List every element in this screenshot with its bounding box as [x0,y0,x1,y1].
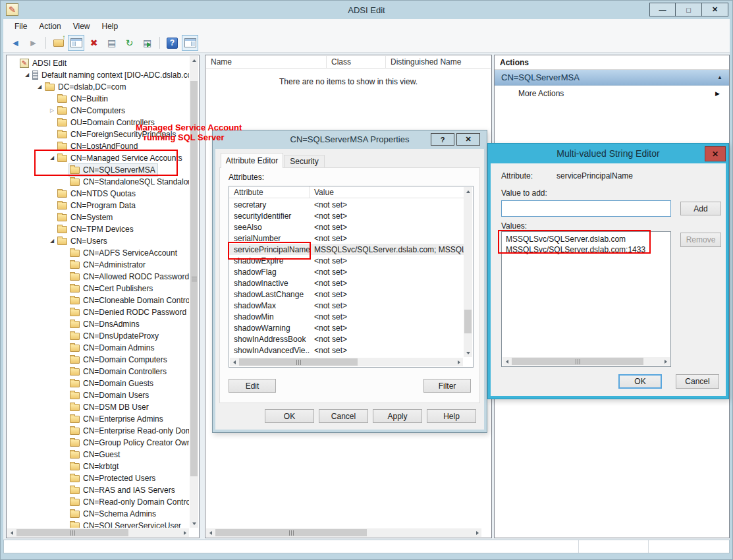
attribute-row[interactable]: shadowWarning <not set> [229,322,464,333]
maximize-button[interactable]: □ [676,3,702,16]
scrollbar-thumb[interactable] [239,358,358,366]
minimize-button[interactable]: — [649,3,676,16]
tree-item[interactable]: CN=Protected Users [7,472,189,484]
show-console-tree-icon[interactable] [68,35,84,51]
scroll-left-arrow[interactable] [502,357,511,366]
attribute-row[interactable]: securityIdentifier <not set> [229,210,464,221]
scrollbar-thumb[interactable] [512,358,643,365]
attribute-row[interactable]: seeAlso <not set> [229,221,464,233]
tree-item[interactable]: CN=Domain Computers [7,354,189,366]
expander-icon[interactable] [35,84,44,90]
scroll-down-arrow[interactable] [464,349,472,357]
attribute-row[interactable]: showInAddressBook <not set> [229,333,464,345]
add-button[interactable]: Add [680,202,721,215]
menu-item[interactable]: Action [33,20,67,32]
ok-button[interactable]: OK [265,409,314,423]
apply-button[interactable]: Apply [373,409,422,423]
remove-button[interactable]: Remove [680,233,721,247]
tree-item[interactable]: DC=dslab,DC=com [7,81,189,93]
collapse-icon[interactable]: ▲ [717,74,722,80]
scroll-right-arrow[interactable] [661,357,670,366]
tree-item[interactable]: CN=Administrator [7,259,189,271]
attributes-vertical-scrollbar[interactable] [464,187,472,357]
export-list-icon[interactable]: ▤ [139,35,155,51]
tree-item[interactable]: CN=DnsAdmins [7,318,189,330]
tree-item[interactable]: CN=Users [7,235,189,247]
tree-item[interactable]: CN=Computers [7,105,189,117]
tree-item[interactable]: ADSI Edit [7,57,189,69]
cancel-button[interactable]: Cancel [319,409,368,423]
filter-button[interactable]: Filter [423,379,471,393]
tree-item[interactable]: CN=Read-only Domain Controller [7,496,189,508]
list-horizontal-scrollbar[interactable] [206,528,481,537]
scroll-down-arrow[interactable] [190,519,198,528]
tree-item[interactable]: CN=SQLServerServiceUser [7,520,189,528]
tree-horizontal-scrollbar[interactable] [7,528,189,537]
menu-item[interactable]: File [9,20,33,32]
tree-item[interactable]: CN=Program Data [7,200,189,211]
up-one-level-icon[interactable] [50,35,67,51]
tree-item[interactable]: CN=DSM DB User [7,401,189,413]
scroll-up-arrow[interactable] [464,187,472,196]
back-icon[interactable]: ◄ [7,35,24,51]
tree-item[interactable]: CN=Domain Controllers [7,366,189,378]
tree-item[interactable]: CN=Domain Guests [7,378,189,389]
values-horizontal-scrollbar[interactable] [502,357,670,366]
dialog-close-button[interactable]: ✕ [705,146,726,161]
cancel-button[interactable]: Cancel [676,374,719,389]
attribute-row[interactable]: shadowMin <not set> [229,311,464,322]
tree-item[interactable]: CN=NTDS Quotas [7,188,189,200]
ok-button[interactable]: OK [618,374,662,389]
column-header[interactable]: Value [310,186,464,198]
expander-icon[interactable] [22,72,32,78]
menu-item[interactable]: View [67,20,96,32]
tree-item[interactable]: CN=TPM Devices [7,223,189,235]
tree-item[interactable]: CN=Enterprise Read-only Domain [7,425,189,437]
tree-item[interactable]: CN=RAS and IAS Servers [7,484,189,496]
edit-button[interactable]: Edit [229,379,276,393]
tree-item[interactable]: CN=Group Policy Creator Owners [7,437,189,449]
tree-item[interactable]: CN=Allowed RODC Password Rep [7,271,189,283]
tree-item[interactable]: CN=Domain Admins [7,342,189,354]
attribute-row[interactable]: showInAdvancedVie... <not set> [229,345,464,356]
tree-item[interactable]: CN=System [7,211,189,223]
help-button[interactable]: Help [427,409,476,423]
close-button[interactable]: ✕ [702,3,728,16]
scroll-right-arrow[interactable] [180,528,189,537]
tree-item[interactable]: CN=Cloneable Domain Controller [7,294,189,306]
tree-item[interactable]: CN=Enterprise Admins [7,413,189,425]
tree-item[interactable]: Default naming context [DIO-ADC.dslab.co… [7,69,189,81]
attribute-row[interactable]: shadowInactive <not set> [229,277,464,289]
dialog-help-button[interactable]: ? [431,133,454,146]
scroll-right-arrow[interactable] [473,528,481,537]
tree-item[interactable]: CN=Schema Admins [7,508,189,520]
scroll-left-arrow[interactable] [206,528,215,537]
scrollbar-thumb[interactable] [16,529,128,536]
scroll-up-arrow[interactable] [190,56,198,65]
more-actions-item[interactable]: More Actions ▶ [495,86,729,101]
attribute-row[interactable]: shadowMax <not set> [229,300,464,311]
value-to-add-input[interactable] [501,200,671,217]
tree-item[interactable]: CN=Guest [7,449,189,461]
tree-item[interactable]: CN=DnsUpdateProxy [7,330,189,342]
scrollbar-thumb[interactable] [215,529,367,536]
attribute-row[interactable]: shadowLastChange <not set> [229,289,464,300]
tree-item[interactable]: CN=krbtgt [7,461,189,472]
tree-item[interactable]: CN=Cert Publishers [7,283,189,294]
tab-security[interactable]: Security [284,155,325,168]
forward-icon[interactable]: ► [25,35,41,51]
dialog-close-button[interactable]: ✕ [456,133,480,146]
scroll-right-arrow[interactable] [454,358,463,366]
refresh-icon[interactable]: ↻ [121,35,138,51]
menu-item[interactable]: Help [96,20,124,32]
expander-icon[interactable] [47,238,57,244]
tree-item[interactable]: CN=ADFS ServiceAccount [7,247,189,259]
expander-icon[interactable] [47,108,57,113]
column-header[interactable]: Distinguished Name [386,56,491,68]
scroll-left-arrow[interactable] [230,358,238,366]
tree-item[interactable]: CN=Domain Users [7,389,189,401]
actions-section-header[interactable]: CN=SQLServerMSA ▲ [495,70,729,86]
column-header[interactable]: Attribute [229,186,310,198]
show-action-pane-icon[interactable] [182,35,198,51]
tab-attribute-editor[interactable]: Attribute Editor [221,153,283,168]
